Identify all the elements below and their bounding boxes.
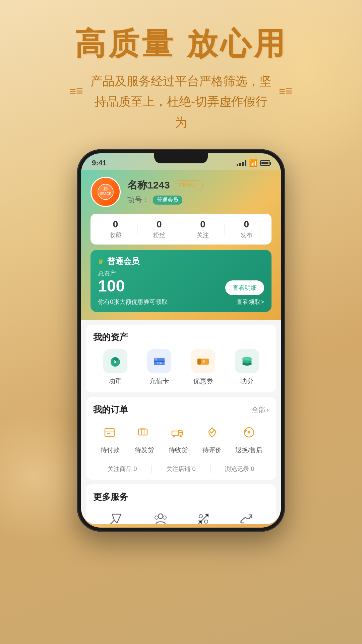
- group-icon: [150, 509, 171, 524]
- coupon-icon: 券: [196, 355, 210, 368]
- pending-pay-label: 待付款: [101, 446, 120, 454]
- stat-item-follow[interactable]: 0 关注: [181, 219, 225, 239]
- asset-item-coupon[interactable]: 券 优惠券: [191, 349, 215, 386]
- card-icon-circle: 充值: [147, 349, 171, 373]
- phone-notch: [154, 153, 208, 163]
- svg-text:¥: ¥: [114, 359, 117, 364]
- verify-badge[interactable]: 立即认证: [174, 180, 203, 190]
- stat-item-collect[interactable]: 0 收藏: [94, 219, 137, 239]
- svg-point-29: [158, 514, 163, 519]
- order-item-pending-receive[interactable]: 待收货: [167, 422, 189, 454]
- member-card-middle: 总资产 100 查看明细: [98, 269, 264, 295]
- stat-item-publish[interactable]: 0 发布: [225, 219, 268, 239]
- stat-label-fans: 粉丝: [137, 231, 181, 239]
- svg-point-25: [173, 435, 175, 437]
- coupon-text: 你有0张大额优惠券可领取: [98, 298, 168, 306]
- stat-item-fans[interactable]: 0 粉丝: [137, 219, 181, 239]
- desc-line3: 为: [20, 112, 342, 132]
- my-orders-section: 我的订单 全部 ›: [86, 397, 276, 480]
- profile-top: 功 SPACE 名称1243 立即认证 功号：: [90, 177, 272, 207]
- desc-deco-right: ≡: [276, 80, 296, 82]
- sub-description: ≡ 产品及服务经过平台严格筛选，坚 ≡ 持品质至上，杜绝-切弄虚作假行 为: [0, 71, 362, 132]
- order-item-pending-pay[interactable]: 待付款: [100, 422, 121, 454]
- svg-text:券: 券: [202, 360, 205, 364]
- svg-rect-20: [138, 429, 147, 435]
- pending-review-label: 待评价: [202, 446, 222, 454]
- card-icon: 充值: [153, 355, 166, 368]
- asset-item-card[interactable]: 充值 充值卡: [147, 349, 171, 386]
- avatar: 功 SPACE: [90, 177, 121, 207]
- asset-item-gongbi[interactable]: ¥ 功币: [103, 349, 127, 386]
- gongbi-label: 功币: [109, 377, 122, 386]
- asset-section: 总资产 100: [98, 269, 125, 295]
- signal-icon: [237, 160, 246, 166]
- svg-text:¥: ¥: [248, 430, 250, 435]
- return-label: 退换/售后: [235, 446, 262, 454]
- main-title: 高质量 放心用: [0, 27, 362, 61]
- desc-line1: 产品及服务经过平台严格筛选，坚: [90, 71, 272, 91]
- assets-section-header: 我的资产: [93, 331, 269, 343]
- coupon-row: 你有0张大额优惠券可领取 查看领取>: [98, 298, 264, 306]
- gongbi-icon-circle: ¥: [103, 349, 127, 373]
- bottom-link-shop[interactable]: 关注店铺 0: [152, 465, 210, 473]
- svg-point-31: [163, 516, 166, 519]
- svg-rect-21: [140, 428, 145, 430]
- profile-info: 名称1243 立即认证 功号： 普通会员: [127, 178, 272, 205]
- coupon-icon-circle: 券: [191, 349, 215, 373]
- detail-button[interactable]: 查看明细: [225, 280, 264, 295]
- more-services-header: 更多服务: [93, 491, 269, 503]
- order-item-return[interactable]: ¥ 退换/售后: [235, 422, 262, 454]
- more-services-grid: 我的发布 我的拼团: [93, 509, 269, 524]
- wifi-icon: 📶: [249, 159, 257, 167]
- svg-rect-24: [172, 431, 179, 436]
- bargain-icon: [193, 509, 214, 524]
- svg-point-16: [242, 357, 252, 360]
- status-time: 9:41: [92, 159, 107, 167]
- stat-value-follow: 0: [181, 219, 225, 230]
- pending-pay-icon: [100, 422, 121, 443]
- desc-line2: 持品质至上，杜绝-切弄虚作假行: [20, 91, 342, 112]
- svg-point-8: [155, 358, 157, 361]
- order-item-pending-ship[interactable]: 待发货: [133, 422, 155, 454]
- top-section: 高质量 放心用 ≡ 产品及服务经过平台严格筛选，坚 ≡ 持品质至上，杜绝-切弄虚…: [0, 0, 362, 132]
- gongfen-icon-circle: [235, 349, 259, 373]
- order-item-pending-review[interactable]: 待评价: [201, 422, 223, 454]
- svg-text:功: 功: [104, 186, 108, 191]
- stats-row: 0 收藏 0 粉丝 0 关注: [90, 214, 272, 245]
- orders-all-link[interactable]: 全部 ›: [252, 405, 269, 414]
- bottom-link-goods[interactable]: 关注商品 0: [93, 465, 152, 473]
- status-icons: 📶: [237, 159, 270, 167]
- asset-label: 总资产: [98, 269, 125, 277]
- service-item-publish[interactable]: 我的发布: [104, 509, 128, 524]
- orders-title: 我的订单: [93, 404, 128, 416]
- pending-review-icon: [201, 422, 223, 443]
- card-label: 充值卡: [149, 377, 169, 386]
- crown-icon: ♛: [98, 257, 104, 265]
- stat-label-collect: 收藏: [94, 231, 137, 239]
- stat-value-fans: 0: [137, 219, 181, 230]
- more-services-section: 更多服务 我的发布: [86, 484, 276, 524]
- gongbi-icon: ¥: [109, 355, 122, 368]
- publish-icon: [106, 509, 126, 524]
- more-services-title: 更多服务: [93, 491, 128, 503]
- asset-item-gongfen[interactable]: 功分: [235, 349, 259, 386]
- service-item-bargain[interactable]: 砍价: [193, 509, 214, 524]
- stat-value-publish: 0: [225, 219, 268, 230]
- svg-point-33: [204, 520, 208, 523]
- stat-label-follow: 关注: [181, 231, 225, 239]
- phone-container: 9:41 📶: [0, 149, 362, 532]
- coupon-label: 优惠券: [193, 377, 213, 386]
- profile-name-row: 名称1243 立即认证: [127, 178, 272, 192]
- svg-point-30: [155, 516, 158, 519]
- bottom-links: 关注商品 0 关注店铺 0 浏览记录 0: [93, 460, 269, 473]
- assets-title: 我的资产: [93, 331, 128, 343]
- service-item-promote[interactable]: 推广中心: [234, 509, 258, 524]
- stat-label-publish: 发布: [225, 231, 268, 239]
- pending-ship-icon: [133, 422, 155, 443]
- bottom-link-history[interactable]: 浏览记录 0: [210, 465, 269, 473]
- profile-name: 名称1243: [127, 178, 170, 192]
- service-item-group[interactable]: 我的拼团: [148, 509, 173, 524]
- coupon-link[interactable]: 查看领取>: [236, 298, 264, 306]
- svg-point-26: [180, 435, 182, 437]
- svg-text:SPACE: SPACE: [100, 192, 111, 196]
